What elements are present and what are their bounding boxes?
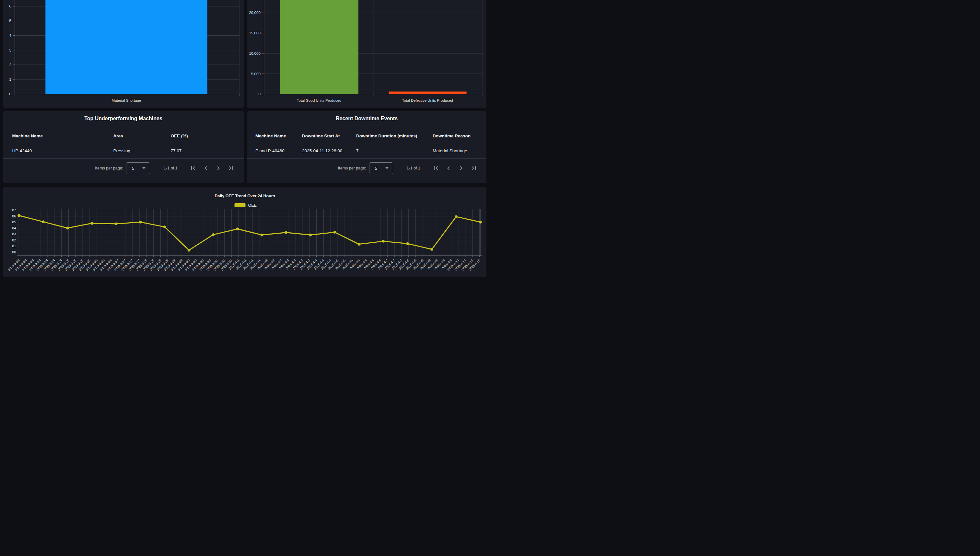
next-page-button[interactable] <box>215 164 222 172</box>
last-page-icon <box>470 164 478 172</box>
page-size-value: 5 <box>132 166 134 171</box>
column-header-downtime-start: Downtime Start At <box>302 132 340 140</box>
first-page-icon <box>432 164 440 172</box>
svg-text:4: 4 <box>9 34 11 37</box>
machines-paginator: Items per page: 5 1-1 of 1 <box>95 158 234 178</box>
cell-oee: 77.07 <box>171 147 182 155</box>
card-title: Top Underperforming Machines <box>3 114 244 123</box>
material-shortage-bar-chart: 0123456Material Shortage <box>3 0 244 108</box>
svg-text:80: 80 <box>12 250 16 254</box>
svg-text:2: 2 <box>9 63 11 67</box>
card-title: Recent Downtime Events <box>247 114 487 123</box>
select-caret-icon <box>385 167 388 169</box>
previous-page-button[interactable] <box>445 164 453 172</box>
svg-text:Daily OEE Trend Over 24 Hours: Daily OEE Trend Over 24 Hours <box>215 194 275 198</box>
select-caret-icon <box>142 167 146 169</box>
svg-text:84: 84 <box>12 226 16 230</box>
daily-oee-trend-card: Daily OEE Trend Over 24 HoursOEE80818283… <box>3 187 487 277</box>
svg-text:86: 86 <box>12 214 16 218</box>
page-size-select[interactable]: 5 <box>126 162 150 174</box>
column-header-machine-name: Machine Name <box>12 132 43 140</box>
cell-machine-name: P and P-40460 <box>256 147 285 155</box>
svg-text:5,000: 5,000 <box>251 72 260 76</box>
last-page-button[interactable] <box>470 164 478 172</box>
svg-text:Total Good Units Produced: Total Good Units Produced <box>297 99 341 102</box>
page-size-value: 5 <box>375 166 378 171</box>
cell-downtime-start: 2025-04-11 12:28:00 <box>302 147 342 155</box>
column-header-area: Area <box>113 132 123 140</box>
svg-text:20,000: 20,000 <box>249 11 260 15</box>
svg-text:6: 6 <box>9 4 11 8</box>
column-header-machine-name: Machine Name <box>256 132 286 140</box>
svg-text:0: 0 <box>9 92 11 96</box>
next-page-button[interactable] <box>457 164 465 172</box>
production-units-bar-chart: 05,00010,00015,00020,000Total Good Units… <box>247 0 487 108</box>
dashboard-page: 0123456Material Shortage 05,00010,00015,… <box>0 0 490 278</box>
daily-oee-trend-line-chart: Daily OEE Trend Over 24 HoursOEE80818283… <box>3 187 487 277</box>
chevron-left-icon <box>445 164 453 172</box>
svg-text:10,000: 10,000 <box>249 52 260 55</box>
first-page-button[interactable] <box>189 164 197 172</box>
cell-downtime-reason: Material Shortage <box>433 147 467 155</box>
svg-text:85: 85 <box>12 220 16 224</box>
svg-text:0: 0 <box>258 92 260 96</box>
top-underperforming-machines-card: Top Underperforming Machines Machine Nam… <box>3 111 244 183</box>
column-header-downtime-reason: Downtime Reason <box>433 132 471 140</box>
downtime-by-reason-chart-card: 0123456Material Shortage <box>3 0 244 108</box>
chevron-left-icon <box>202 164 210 172</box>
page-range-label: 1-1 of 1 <box>407 166 420 170</box>
page-size-select[interactable]: 5 <box>369 162 393 174</box>
items-per-page-label: Items per page: <box>95 166 123 170</box>
chevron-right-icon <box>457 164 465 172</box>
svg-text:5: 5 <box>9 19 11 23</box>
svg-text:83: 83 <box>12 232 16 236</box>
last-page-icon <box>227 164 235 172</box>
svg-text:81: 81 <box>12 244 16 248</box>
first-page-button[interactable] <box>432 164 440 172</box>
svg-text:Material Shortage: Material Shortage <box>112 99 141 102</box>
downtime-paginator: Items per page: 5 1-1 of 1 <box>338 158 478 178</box>
column-header-downtime-duration: Downtime Duration (minutes) <box>356 132 417 140</box>
previous-page-button[interactable] <box>202 164 210 172</box>
svg-text:OEE: OEE <box>248 203 256 208</box>
chevron-right-icon <box>215 164 222 172</box>
recent-downtime-events-card: Recent Downtime Events Machine Name Down… <box>247 111 487 183</box>
cell-downtime-duration: 7 <box>356 147 359 155</box>
items-per-page-label: Items per page: <box>338 166 366 170</box>
cell-machine-name: HP-42449 <box>12 147 32 155</box>
svg-text:82: 82 <box>12 238 16 242</box>
cell-area: Pressing <box>113 147 131 155</box>
svg-text:1: 1 <box>9 78 11 81</box>
svg-text:15,000: 15,000 <box>249 31 260 35</box>
svg-text:87: 87 <box>12 208 16 212</box>
svg-text:Total Defective Units Produced: Total Defective Units Produced <box>402 99 453 102</box>
page-range-label: 1-1 of 1 <box>164 166 177 170</box>
svg-text:3: 3 <box>9 48 11 52</box>
production-units-chart-card: 05,00010,00015,00020,000Total Good Units… <box>247 0 487 108</box>
column-header-oee: OEE (%) <box>171 132 188 140</box>
first-page-icon <box>189 164 197 172</box>
last-page-button[interactable] <box>227 164 235 172</box>
